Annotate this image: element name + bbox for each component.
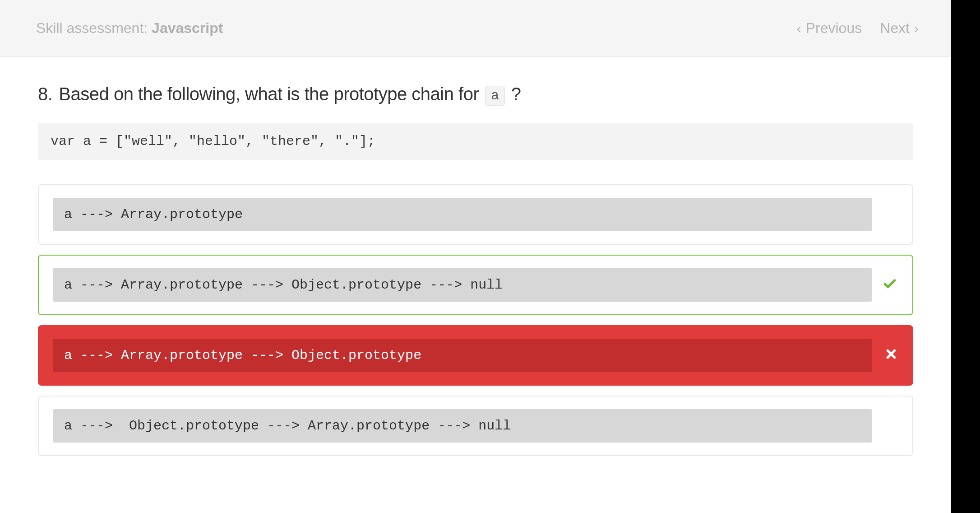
chevron-left-icon: ‹ xyxy=(797,22,801,35)
header-nav: ‹ Previous Next › xyxy=(797,20,919,37)
answer-code: a ---> Array.prototype ---> Object.proto… xyxy=(53,339,872,372)
question-inline-code: a xyxy=(485,86,505,106)
answers-list: a ---> Array.prototype a ---> Array.prot… xyxy=(38,184,913,456)
answer-code: a ---> Array.prototype ---> Object.proto… xyxy=(53,268,872,302)
question-text: Based on the following, what is the prot… xyxy=(59,84,479,104)
check-icon xyxy=(883,277,897,293)
answer-code: a ---> Array.prototype xyxy=(53,198,872,231)
question-title: 8. Based on the following, what is the p… xyxy=(38,84,913,107)
question-suffix: ? xyxy=(511,84,521,104)
title-prefix: Skill assessment: xyxy=(36,20,152,36)
quiz-page: Skill assessment: Javascript ‹ Previous … xyxy=(0,0,951,513)
answer-option[interactable]: a ---> Array.prototype xyxy=(38,184,913,245)
chevron-right-icon: › xyxy=(914,22,919,35)
answer-option-correct[interactable]: a ---> Array.prototype ---> Object.proto… xyxy=(38,255,913,315)
title-bold: Javascript xyxy=(152,20,223,36)
header: Skill assessment: Javascript ‹ Previous … xyxy=(0,0,951,57)
content: 8. Based on the following, what is the p… xyxy=(0,57,951,456)
answer-code: a ---> Object.prototype ---> Array.proto… xyxy=(53,409,872,443)
question-number: 8. xyxy=(38,84,52,104)
prev-label: Previous xyxy=(806,20,862,37)
answer-option-wrong[interactable]: a ---> Array.prototype ---> Object.proto… xyxy=(38,325,913,386)
x-icon xyxy=(885,348,897,363)
next-label: Next xyxy=(880,20,910,37)
prev-button[interactable]: ‹ Previous xyxy=(797,20,862,37)
page-title: Skill assessment: Javascript xyxy=(36,20,223,37)
question-code-block: var a = ["well", "hello", "there", "."]; xyxy=(38,123,913,160)
next-button[interactable]: Next › xyxy=(880,20,919,37)
answer-option[interactable]: a ---> Object.prototype ---> Array.proto… xyxy=(38,396,913,456)
